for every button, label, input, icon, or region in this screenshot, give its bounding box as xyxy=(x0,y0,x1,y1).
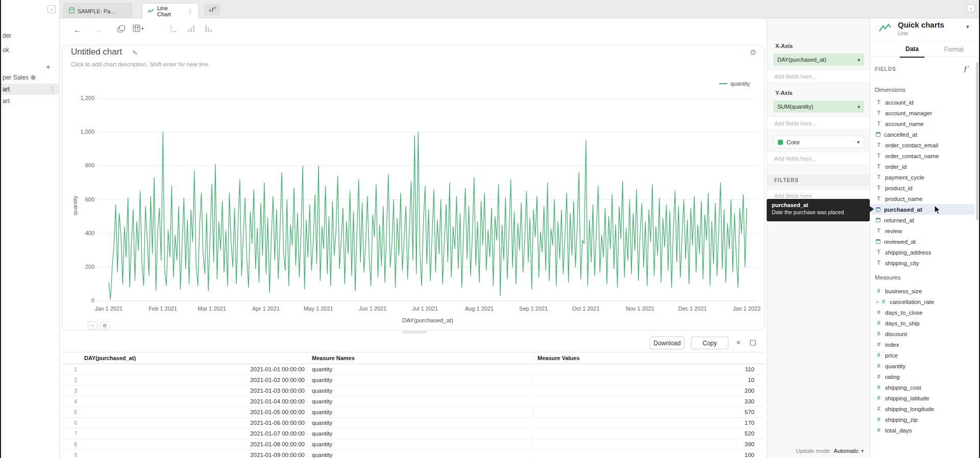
chevron-down-icon[interactable]: ▾ xyxy=(857,139,860,145)
chevron-down-icon[interactable]: ▾ xyxy=(966,23,969,30)
dimension-field-shipping_city[interactable]: Tshipping_city xyxy=(871,258,974,268)
tab-data[interactable]: Data xyxy=(900,41,924,58)
table-row[interactable]: 82021-01-08 00:00:00quantity390 xyxy=(62,439,765,450)
sidebar-item[interactable]: der xyxy=(1,30,60,41)
add-calculated-field-icon[interactable]: ƒ+ xyxy=(964,64,970,72)
expand-results-icon[interactable] xyxy=(750,340,756,346)
table-row[interactable]: 22021-01-02 00:00:00quantity10 xyxy=(62,375,765,386)
measure-value-cell: 10 xyxy=(533,377,765,383)
dimension-field-order_contact_email[interactable]: Torder_contact_email xyxy=(871,140,974,150)
download-button[interactable]: Download xyxy=(650,337,684,349)
number-icon: # xyxy=(876,417,881,422)
dimension-field-account_id[interactable]: Taccount_id xyxy=(871,97,974,108)
dimension-field-reviewed_at[interactable]: reviewed_at xyxy=(871,236,974,247)
new-chart-button[interactable] xyxy=(204,4,220,15)
item-menu-icon[interactable]: ⋮ xyxy=(50,86,56,93)
duplicate-chart-button[interactable] xyxy=(117,24,126,33)
measure-field-rating[interactable]: #rating xyxy=(871,371,974,382)
chart-settings-icon[interactable]: ⚙ xyxy=(750,48,756,57)
dimension-field-account_name[interactable]: Taccount_name xyxy=(871,118,974,129)
dimension-field-account_manager[interactable]: Taccount_manager xyxy=(871,108,974,118)
measure-field-days_to_ship[interactable]: #days_to_ship xyxy=(871,318,974,328)
column-header[interactable]: Measure Names xyxy=(307,355,533,361)
color-add-fields[interactable]: Add fields here... xyxy=(767,151,870,165)
table-row[interactable]: 42021-01-04 00:00:00quantity330 xyxy=(62,396,765,407)
tab-line-chart[interactable]: Line Chart ⋮ xyxy=(142,3,199,19)
measure-field-shipping_latitude[interactable]: #shipping_latitude xyxy=(871,393,974,403)
measure-field-price[interactable]: #price xyxy=(871,350,974,361)
zoom-out-button[interactable]: − xyxy=(88,321,97,329)
dimension-field-order_id[interactable]: Torder_id xyxy=(871,161,974,172)
tab-format[interactable]: Format xyxy=(940,41,968,58)
chart-options-button[interactable]: ⚙ xyxy=(100,321,110,329)
x-axis-add-fields[interactable]: Add fields here... xyxy=(767,69,870,83)
table-row[interactable]: 12021-01-01 00:00:00quantity110 xyxy=(62,364,765,375)
table-row[interactable]: 92021-01-09 00:00:00quantity100 xyxy=(62,450,765,458)
pill-label: SUM(quantity) xyxy=(777,104,813,110)
measure-field-total_days[interactable]: #total_days xyxy=(871,425,974,436)
sidebar-item[interactable]: ok xyxy=(1,44,60,56)
sidebar-item[interactable]: per Sales xyxy=(1,72,60,83)
table-row[interactable]: 62021-01-06 00:00:00quantity170 xyxy=(62,418,765,428)
chevron-down-icon[interactable]: ▾ xyxy=(857,57,860,63)
dimension-field-order_contact_name[interactable]: Torder_contact_name xyxy=(871,150,974,161)
dimension-field-review[interactable]: Treview xyxy=(871,225,974,236)
dimension-field-payment_cycle[interactable]: Tpayment_cycle xyxy=(871,172,974,183)
chevron-down-icon[interactable]: ▾ xyxy=(857,104,860,110)
measure-field-shipping_longitude[interactable]: #shipping_longitude xyxy=(871,403,974,414)
tab-menu-icon[interactable]: ⋮ xyxy=(187,8,193,15)
dimension-field-product_name[interactable]: Tproduct_name xyxy=(871,193,974,204)
chart-plot-svg[interactable] xyxy=(98,94,757,304)
sidebar-item[interactable]: art⋮ xyxy=(1,84,60,95)
measure-field-shipping_zip[interactable]: #shipping_zip xyxy=(871,414,974,425)
sort-descending-button[interactable] xyxy=(204,24,213,33)
chart-description-placeholder[interactable]: Click to add chart description. Shift-en… xyxy=(71,61,210,67)
measure-field-days_to_close[interactable]: #days_to_close xyxy=(871,307,974,318)
fields-scrollbar[interactable] xyxy=(976,62,978,220)
dimension-field-returned_at[interactable]: returned_at xyxy=(871,215,974,225)
results-table-toggle-icon[interactable]: ≡ xyxy=(737,339,741,346)
panel-resize-handle[interactable] xyxy=(402,331,427,334)
dimension-field-purchased_at[interactable]: purchased_at xyxy=(871,204,974,215)
y-axis-add-fields[interactable]: Add fields here... xyxy=(767,116,870,130)
filters-add-fields[interactable]: Add fields here xyxy=(767,189,870,202)
dimension-field-product_id[interactable]: Tproduct_id xyxy=(871,183,974,193)
back-button[interactable]: ← xyxy=(71,23,84,36)
update-mode-value[interactable]: Automatic xyxy=(834,448,859,454)
measure-field-shipping_cost[interactable]: #shipping_cost xyxy=(871,382,974,393)
field-label: product_id xyxy=(885,185,913,191)
dimension-field-shipping_address[interactable]: Tshipping_address xyxy=(871,247,974,258)
measure-field-discount[interactable]: #discount xyxy=(871,328,974,339)
measure-field-cancellation_rate[interactable]: ≡#cancellation_rate xyxy=(871,296,974,307)
quick-charts-icon xyxy=(878,23,892,35)
dimension-field-cancelled_at[interactable]: cancelled_at xyxy=(871,129,974,140)
table-row[interactable]: 72021-01-07 00:00:00quantity520 xyxy=(62,428,765,439)
swap-axes-button[interactable] xyxy=(169,24,178,33)
measure-field-business_size[interactable]: #business_size xyxy=(871,286,974,296)
chart-title[interactable]: Untitled chart xyxy=(71,47,122,57)
y-axis-field-pill[interactable]: SUM(quantity) ▾ xyxy=(773,100,864,113)
color-section-header[interactable]: Color ▾ xyxy=(773,136,864,148)
column-header[interactable]: DAY(purchased_at) xyxy=(80,355,307,361)
collapse-left-panel-button[interactable]: ‹ xyxy=(47,5,56,13)
table-row[interactable]: 52021-01-05 00:00:00quantity570 xyxy=(62,407,765,418)
x-tick-label: Dec 1 2021 xyxy=(678,306,707,312)
tab-sample-database[interactable]: SAMPLE: Pa... xyxy=(63,3,132,18)
measure-field-index[interactable]: #index xyxy=(871,339,974,350)
forward-button[interactable]: → xyxy=(91,23,105,36)
sort-ascending-button[interactable] xyxy=(187,24,195,33)
chevron-down-icon[interactable]: ▾ xyxy=(861,448,864,453)
measure-field-quantity[interactable]: #quantity xyxy=(871,361,974,371)
sidebar-add-button[interactable]: + xyxy=(46,62,51,71)
copy-button[interactable]: Copy xyxy=(691,337,728,349)
x-axis-field-pill[interactable]: DAY(purchased_at) ▾ xyxy=(773,54,864,66)
column-header[interactable]: Measure Values xyxy=(533,355,765,361)
date-cell: 2021-01-02 00:00:00 xyxy=(80,377,307,383)
edit-title-icon[interactable]: ✎ xyxy=(132,49,138,57)
sidebar-item[interactable]: art xyxy=(1,95,60,107)
app-window: SAMPLE: Pa... Line Chart ⋮ › ‹ derokper … xyxy=(0,0,980,458)
workbook-icon xyxy=(31,75,36,80)
expand-right-panel-button[interactable]: › xyxy=(967,4,975,12)
table-row[interactable]: 32021-01-03 00:00:00quantity200 xyxy=(62,386,765,396)
table-display-menu-button[interactable]: ▾ xyxy=(133,24,144,32)
